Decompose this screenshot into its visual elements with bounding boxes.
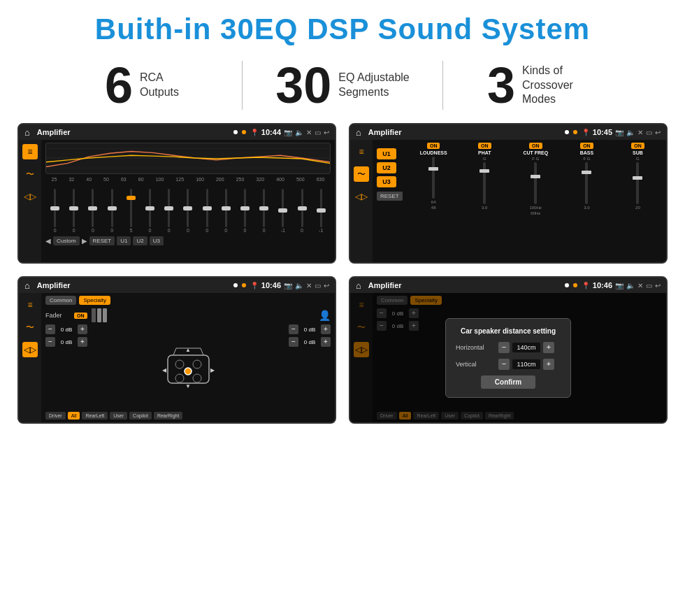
sub-slider[interactable]	[636, 162, 639, 204]
eq-u3-btn[interactable]: U3	[150, 236, 164, 245]
cutfreq-col: ON CUT FREQ F G 100Hz 60Hz	[512, 143, 560, 259]
vertical-label: Vertical	[456, 361, 494, 368]
eq-u2-btn[interactable]: U2	[133, 236, 147, 245]
volume-icon-2: 🔈	[626, 129, 635, 136]
rearright-btn[interactable]: RearRight	[154, 412, 183, 420]
vertical-plus-btn[interactable]: +	[543, 359, 554, 370]
car-diagram: ▲ ▼ ◀ ▶	[92, 324, 284, 410]
confirm-button[interactable]: Confirm	[481, 375, 535, 389]
horizontal-minus-btn[interactable]: −	[498, 342, 510, 353]
eq-slider-2[interactable]: 0	[87, 189, 99, 233]
db-control-left: − 0 dB + − 0 dB +	[45, 324, 87, 410]
sidebar-speaker-icon-2[interactable]: ◁▷	[354, 189, 369, 204]
home-icon-3[interactable]: ⌂	[24, 280, 30, 291]
close-icon-3: ✕	[306, 282, 312, 289]
db-minus-left-1[interactable]: −	[45, 324, 55, 334]
db-row-left-2: − 0 dB +	[45, 337, 87, 347]
db-plus-left-1[interactable]: +	[78, 324, 87, 334]
db-value-right-1: 0 dB	[301, 327, 319, 333]
location-icon-3: 📍	[250, 282, 259, 289]
u1-button[interactable]: U1	[377, 148, 396, 159]
crossover-area: U1 U2 U3 RESET ON LOUDNESS	[373, 140, 666, 262]
fader-on-toggle[interactable]: ON	[74, 313, 87, 319]
screen-content-4: ≡ 〜 ◁▷ Common Specialty − 0 dB +	[350, 293, 666, 422]
app-name-2: Amplifier	[366, 128, 561, 136]
eq-area: 25 32 40 50 63 80 100 125 160 200 250 32…	[41, 140, 335, 262]
u3-button[interactable]: U3	[377, 176, 396, 187]
status-icons-3: 📍 10:46 📷 🔈 ✕ ▭ ↩	[250, 281, 329, 289]
db-minus-left-2[interactable]: −	[45, 337, 55, 347]
db-row-right-1: − 0 dB +	[289, 324, 331, 334]
stat-eq: 30 EQ AdjustableSegments	[243, 60, 442, 110]
crossover-reset-btn[interactable]: RESET	[377, 192, 403, 201]
phat-slider[interactable]	[483, 162, 486, 204]
home-icon-2[interactable]: ⌂	[356, 127, 361, 138]
all-btn[interactable]: All	[68, 412, 80, 420]
db-minus-right-1[interactable]: −	[289, 324, 298, 334]
rearleft-btn[interactable]: RearLeft	[82, 412, 108, 420]
left-sidebar-1: ≡ 〜 ◁▷	[19, 140, 41, 262]
cutfreq-on-badge: ON	[529, 143, 542, 149]
sidebar-eq-icon-2[interactable]: ≡	[354, 144, 369, 159]
sidebar-speaker-icon[interactable]: ◁▷	[22, 189, 38, 204]
sidebar-eq-icon[interactable]: ≡	[22, 144, 38, 159]
loudness-slider[interactable]	[432, 157, 435, 199]
tab-common[interactable]: Common	[45, 296, 76, 305]
eq-slider-13[interactable]: 0	[296, 189, 308, 233]
status-dot-1	[233, 130, 238, 134]
sidebar-wave-icon[interactable]: 〜	[22, 166, 38, 182]
eq-custom-btn[interactable]: Custom	[53, 236, 80, 245]
eq-slider-0[interactable]: 0	[50, 189, 61, 233]
u2-button[interactable]: U2	[377, 162, 396, 173]
eq-slider-14[interactable]: -1	[315, 189, 326, 233]
back-icon-1[interactable]: ↩	[324, 129, 329, 136]
eq-slider-9[interactable]: 0	[220, 189, 231, 233]
copilot-btn[interactable]: Copilot	[129, 412, 152, 420]
db-plus-right-1[interactable]: +	[321, 324, 331, 334]
vertical-minus-btn[interactable]: −	[498, 359, 510, 370]
bass-col: ON BASS F G 3.0	[563, 143, 611, 259]
eq-slider-11[interactable]: 0	[259, 189, 270, 233]
sidebar-eq-icon-3[interactable]: ≡	[22, 297, 38, 313]
eq-slider-5[interactable]: 0	[145, 189, 156, 233]
user-btn[interactable]: User	[110, 412, 127, 420]
eq-u1-btn[interactable]: U1	[117, 236, 131, 245]
eq-play-arrow[interactable]: ▶	[82, 237, 87, 245]
bass-slider[interactable]	[585, 162, 588, 204]
eq-slider-12[interactable]: -1	[277, 189, 289, 233]
eq-slider-10[interactable]: 0	[239, 189, 250, 233]
eq-slider-7[interactable]: 0	[182, 189, 194, 233]
back-icon-4[interactable]: ↩	[655, 282, 661, 289]
eq-prev-arrow[interactable]: ◀	[45, 237, 51, 245]
screen-content-1: ≡ 〜 ◁▷ 25	[19, 140, 335, 262]
db-plus-right-2[interactable]: +	[321, 337, 331, 347]
svg-point-5	[193, 360, 201, 368]
home-icon-1[interactable]: ⌂	[24, 127, 30, 138]
dialog-overlay: Car speaker distance setting Horizontal …	[350, 293, 666, 422]
back-icon-3[interactable]: ↩	[324, 282, 329, 289]
eq-slider-1[interactable]: 0	[68, 189, 80, 233]
db-plus-left-2[interactable]: +	[78, 337, 87, 347]
eq-reset-btn[interactable]: RESET	[89, 236, 115, 245]
horizontal-plus-btn[interactable]: +	[543, 342, 554, 353]
home-icon-4[interactable]: ⌂	[356, 280, 361, 291]
sidebar-wave-icon-2[interactable]: 〜	[354, 166, 369, 182]
tab-specialty[interactable]: Specialty	[79, 296, 110, 305]
loudness-value: 64	[431, 200, 436, 204]
sidebar-speaker-icon-3[interactable]: ◁▷	[22, 342, 38, 357]
db-minus-right-2[interactable]: −	[289, 337, 298, 347]
bass-label: BASS	[580, 150, 593, 155]
eq-slider-3[interactable]: 0	[106, 189, 117, 233]
close-icon-1: ✕	[306, 129, 312, 136]
crossover-controls: ON LOUDNESS 64 48 ON PHAT G	[410, 143, 662, 259]
driver-btn[interactable]: Driver	[45, 412, 66, 420]
back-icon-2[interactable]: ↩	[655, 129, 661, 136]
sidebar-wave-icon-3[interactable]: 〜	[22, 320, 38, 335]
cutfreq-label: CUT FREQ	[523, 150, 548, 155]
screen-fader: ⌂ Amplifier 📍 10:46 📷 🔈 ✕ ▭ ↩ ≡ 〜 ◁▷	[17, 276, 336, 424]
cutfreq-slider[interactable]	[534, 162, 537, 204]
stat-crossover: 3 Kinds ofCrossover Modes	[443, 60, 643, 110]
eq-slider-8[interactable]: 0	[201, 189, 212, 233]
eq-slider-4[interactable]: 5	[125, 189, 136, 233]
eq-slider-6[interactable]: 0	[164, 189, 175, 233]
